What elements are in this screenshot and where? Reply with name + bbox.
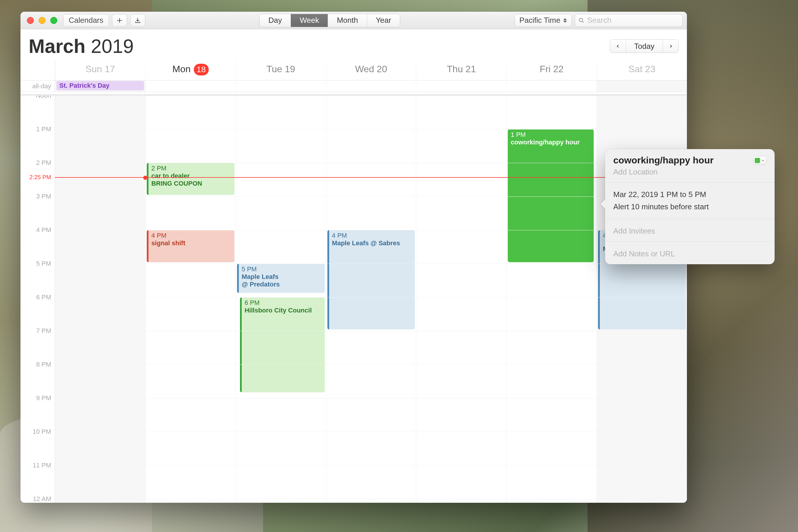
location-field[interactable]: Add Location <box>613 168 766 176</box>
allday-cell-wed[interactable] <box>326 80 416 92</box>
next-week-button[interactable] <box>663 40 679 53</box>
hour-label: 2 PM <box>36 159 51 167</box>
chevron-left-icon <box>615 44 620 49</box>
hour-gridline <box>55 96 687 96</box>
hour-label: Noon <box>36 96 51 99</box>
event-popover: coworking/happy hour Add Location Mar 22… <box>605 149 775 264</box>
now-time-label: 2:25 PM <box>30 174 51 180</box>
month-header: March 2019 Today <box>20 29 687 61</box>
days-header: Sun 17 Mon 18 Tue 19 Wed 20 Thu 21 Fri 2… <box>20 61 687 80</box>
hour-label: 3 PM <box>36 193 51 200</box>
calendar-window: Calendars Day Week Month Year Pacific Ti… <box>20 12 687 503</box>
allday-row: all-day St. Patrick's Day <box>20 80 687 92</box>
allday-cell-fri[interactable] <box>506 80 596 92</box>
zoom-window-button[interactable] <box>50 17 57 24</box>
view-year-button[interactable]: Year <box>367 14 400 27</box>
popover-datetime[interactable]: Mar 22, 2019 1 PM to 5 PM Alert 10 minut… <box>605 183 775 219</box>
allday-cell-sat[interactable] <box>596 80 687 92</box>
calendar-color-select[interactable] <box>753 156 766 165</box>
day-header-thu[interactable]: Thu 21 <box>416 61 506 80</box>
chevron-right-icon <box>668 44 673 49</box>
chevron-down-icon <box>761 159 765 162</box>
event-signal-shift[interactable]: 4 PM signal shift <box>147 230 234 262</box>
hour-gridline <box>55 230 687 230</box>
close-window-button[interactable] <box>27 17 34 24</box>
hour-label: 12 AM <box>33 495 51 503</box>
event-city-council[interactable]: 6 PM Hillsboro City Council <box>240 297 325 392</box>
nav-group: Today <box>610 39 679 53</box>
event-car-to-dealer[interactable]: 2 PM car to dealer BRING COUPON <box>147 163 234 195</box>
add-event-button[interactable] <box>112 14 127 27</box>
hour-label: 1 PM <box>36 126 51 133</box>
today-badge: 18 <box>194 64 209 75</box>
hour-label: 8 PM <box>36 361 51 368</box>
grid-columns: 2 PM car to dealer BRING COUPON 4 PM sig… <box>55 96 687 503</box>
allday-cell-tue[interactable] <box>235 80 326 92</box>
hour-label: 5 PM <box>36 260 51 267</box>
minimize-window-button[interactable] <box>39 17 45 24</box>
event-coworking-happy-hour[interactable]: 1 PM coworking/happy hour <box>508 129 594 262</box>
prev-week-button[interactable] <box>610 40 626 53</box>
titlebar: Calendars Day Week Month Year Pacific Ti… <box>20 12 687 29</box>
view-month-button[interactable]: Month <box>328 14 366 27</box>
timezone-label: Pacific Time <box>519 16 560 25</box>
popover-header: coworking/happy hour Add Location <box>605 149 775 183</box>
allday-event-stpatricks[interactable]: St. Patrick's Day <box>56 81 144 90</box>
now-indicator-dot <box>143 176 147 180</box>
hour-gridline <box>55 499 687 499</box>
day-header-tue[interactable]: Tue 19 <box>235 61 326 80</box>
allday-cell-thu[interactable] <box>416 80 506 92</box>
calendars-label: Calendars <box>69 16 103 25</box>
day-header-sat[interactable]: Sat 23 <box>596 61 687 80</box>
allday-cell-mon[interactable] <box>145 80 235 92</box>
today-button[interactable]: Today <box>626 40 663 53</box>
hour-gridline <box>55 331 687 331</box>
grid-col-sun[interactable] <box>55 96 145 503</box>
hour-label: 10 PM <box>33 428 51 436</box>
calendars-button[interactable]: Calendars <box>63 14 109 27</box>
hour-label: 9 PM <box>36 394 51 402</box>
grid-col-tue[interactable]: 5 PM Maple Leafs @ Predators 6 PM Hillsb… <box>235 96 326 503</box>
notes-field[interactable]: Add Notes or URL <box>605 242 775 264</box>
popover-title[interactable]: coworking/happy hour <box>613 155 749 166</box>
hour-gridline <box>55 364 687 365</box>
view-day-button[interactable]: Day <box>260 14 290 27</box>
grid-col-wed[interactable]: 4 PM Maple Leafs @ Sabres <box>326 96 416 503</box>
event-leafs-predators[interactable]: 5 PM Maple Leafs @ Predators <box>237 264 325 293</box>
day-header-mon[interactable]: Mon 18 <box>145 61 235 80</box>
search-input[interactable] <box>587 16 679 25</box>
hour-label: 7 PM <box>36 327 51 335</box>
svg-point-0 <box>579 18 583 22</box>
allday-label: all-day <box>20 80 55 92</box>
updown-icon <box>563 18 567 23</box>
view-segmented-control: Day Week Month Year <box>259 14 400 27</box>
view-week-button[interactable]: Week <box>290 14 328 27</box>
grid-col-thu[interactable] <box>416 96 506 503</box>
plus-icon <box>116 17 123 24</box>
grid-col-fri[interactable]: 1 PM coworking/happy hour <box>506 96 596 503</box>
event-leafs-sabres[interactable]: 4 PM Maple Leafs @ Sabres <box>327 230 415 329</box>
now-indicator-line <box>55 177 687 178</box>
day-header-sun[interactable]: Sun 17 <box>55 61 145 80</box>
search-field[interactable] <box>575 14 683 27</box>
color-swatch-icon <box>755 158 760 163</box>
popover-alert-line: Alert 10 minutes before start <box>613 201 766 213</box>
hour-label: 4 PM <box>36 226 51 234</box>
search-icon <box>578 17 584 24</box>
share-button[interactable] <box>130 14 145 27</box>
allday-cell-sun[interactable]: St. Patrick's Day <box>55 80 145 92</box>
hour-gridline <box>55 196 687 197</box>
day-header-fri[interactable]: Fri 22 <box>506 61 596 80</box>
hour-gridline <box>55 432 687 432</box>
traffic-lights <box>24 17 60 24</box>
hour-gridline <box>55 163 687 163</box>
month-year-label: March 2019 <box>28 35 134 57</box>
hour-gridline <box>55 264 687 264</box>
hour-gridline <box>55 297 687 298</box>
week-grid: 2:25 PM Noon1 PM2 PM3 PM4 PM5 PM6 PM7 PM… <box>20 96 687 503</box>
day-header-wed[interactable]: Wed 20 <box>326 61 416 80</box>
timezone-select[interactable]: Pacific Time <box>514 14 572 27</box>
hour-gridline <box>55 398 687 398</box>
grid-col-mon[interactable]: 2 PM car to dealer BRING COUPON 4 PM sig… <box>145 96 235 503</box>
invitees-field[interactable]: Add Invitees <box>605 219 775 242</box>
